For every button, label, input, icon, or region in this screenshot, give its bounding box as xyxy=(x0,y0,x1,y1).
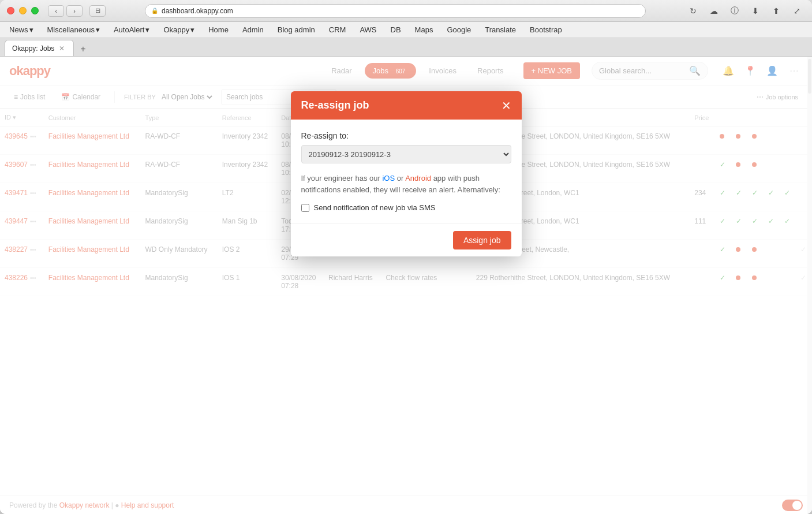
menu-miscellaneous[interactable]: Miscellaneous ▾ xyxy=(45,24,102,35)
traffic-lights xyxy=(7,7,39,14)
sidebar-toggle-button[interactable]: ⊟ xyxy=(89,5,106,17)
new-tab-button[interactable]: + xyxy=(76,42,90,56)
ios-link[interactable]: iOS xyxy=(382,174,395,182)
menu-bootstrap[interactable]: Bootstrap xyxy=(527,24,564,35)
assign-job-button[interactable]: Assign job xyxy=(453,231,511,249)
back-button[interactable]: ‹ xyxy=(48,5,64,17)
lock-icon: 🔒 xyxy=(151,8,158,14)
sms-checkbox[interactable] xyxy=(301,204,309,212)
close-button[interactable] xyxy=(7,7,14,14)
tab-close-icon[interactable]: ✕ xyxy=(59,44,65,53)
menu-db[interactable]: DB xyxy=(388,24,403,35)
modal-close-button[interactable]: ✕ xyxy=(502,100,511,111)
reassign-job-modal: Re-assign job ✕ Re-assign to: 20190912-3… xyxy=(291,91,522,256)
modal-title: Re-assign job xyxy=(301,99,369,111)
refresh-icon[interactable]: ↻ xyxy=(685,5,701,17)
maximize-button[interactable] xyxy=(31,7,39,14)
menu-autoalert[interactable]: AutoAlert ▾ xyxy=(111,24,152,35)
reassign-label: Re-assign to: xyxy=(301,131,511,140)
android-link[interactable]: Android xyxy=(405,174,431,182)
sms-notification-row: Send notification of new job via SMS xyxy=(301,203,511,212)
browser-menu: News ▾ Miscellaneous ▾ AutoAlert ▾ Okapp… xyxy=(0,22,812,38)
share-icon[interactable]: ⬆ xyxy=(768,5,784,17)
menu-home[interactable]: Home xyxy=(206,24,231,35)
menu-translate[interactable]: Translate xyxy=(482,24,518,35)
minimize-button[interactable] xyxy=(19,7,27,14)
modal-body: Re-assign to: 20190912-3 20190912-3 If y… xyxy=(291,120,522,224)
modal-overlay: Re-assign job ✕ Re-assign to: 20190912-3… xyxy=(0,57,812,514)
tab-bar: Okappy: Jobs ✕ + xyxy=(0,38,812,57)
fullscreen-icon[interactable]: ⤢ xyxy=(789,5,805,17)
menu-blog-admin[interactable]: Blog admin xyxy=(275,24,317,35)
app-content: okappy Radar Jobs 607 Invoices Reports +… xyxy=(0,57,812,514)
sms-label: Send notification of new job via SMS xyxy=(314,203,436,212)
url-text: dashboard.okappy.com xyxy=(162,7,233,15)
modal-footer: Assign job xyxy=(291,224,522,256)
titlebar: ‹ › ⊟ 🔒 dashboard.okappy.com ↻ ☁ ⓘ ⬇ ⬆ ⤢ xyxy=(0,0,812,22)
reassign-select[interactable]: 20190912-3 20190912-3 xyxy=(301,145,511,163)
menu-google[interactable]: Google xyxy=(444,24,473,35)
menu-crm[interactable]: CRM xyxy=(327,24,349,35)
menu-admin[interactable]: Admin xyxy=(240,24,266,35)
address-bar[interactable]: 🔒 dashboard.okappy.com xyxy=(145,4,646,18)
info-icon[interactable]: ⓘ xyxy=(727,5,743,17)
forward-button[interactable]: › xyxy=(66,5,83,17)
download-icon[interactable]: ⬇ xyxy=(747,5,764,17)
toolbar-icons: ↻ ☁ ⓘ ⬇ ⬆ ⤢ xyxy=(685,5,805,17)
menu-maps[interactable]: Maps xyxy=(413,24,436,35)
browser-tab[interactable]: Okappy: Jobs ✕ xyxy=(5,40,74,56)
cloud-icon[interactable]: ☁ xyxy=(706,5,722,17)
menu-news[interactable]: News ▾ xyxy=(7,24,36,35)
modal-info: If your engineer has our iOS or Android … xyxy=(301,173,511,195)
modal-header: Re-assign job ✕ xyxy=(291,91,522,120)
tab-label: Okappy: Jobs xyxy=(12,44,54,53)
menu-aws[interactable]: AWS xyxy=(357,24,379,35)
menu-okappy[interactable]: Okappy ▾ xyxy=(161,24,197,35)
